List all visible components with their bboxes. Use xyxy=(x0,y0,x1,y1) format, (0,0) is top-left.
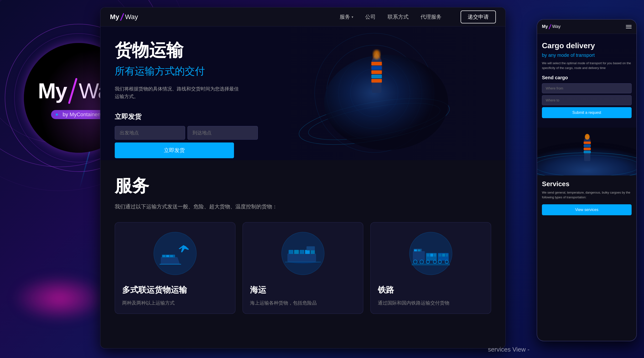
nav-services-link[interactable]: 服务 ▾ xyxy=(340,13,353,21)
badge-label: by MyContainers xyxy=(62,112,102,118)
bottom-caption: services View - xyxy=(488,346,530,353)
nav-logo-way: Way xyxy=(125,13,138,21)
service-icon-area-1 xyxy=(122,230,228,277)
service-icon-bg-3 xyxy=(409,232,452,275)
hero-input-row xyxy=(115,126,234,140)
svg-rect-15 xyxy=(371,79,382,83)
nav-logo-my: My xyxy=(110,13,119,21)
mobile-hero-subtitle: by any mode of transport xyxy=(542,53,632,58)
hero-subtitle: 所有运输方式的交付 xyxy=(115,65,239,78)
services-section: 服务 我们通过以下运输方式发送一般、危险、超大货物、温度控制的货物： xyxy=(100,160,506,323)
service-icon-bg-2 xyxy=(282,232,324,275)
pink-glow xyxy=(12,274,107,322)
services-cards: 多式联运货物运输 两种及两种以上运输方式 xyxy=(115,222,491,314)
svg-rect-62 xyxy=(584,151,591,153)
svg-point-4 xyxy=(338,57,410,129)
service-name-3: 铁路 xyxy=(378,284,394,295)
chevron-down-icon: ▾ xyxy=(352,15,353,19)
mobile-form-title: Send cargo xyxy=(542,75,632,80)
logo-slash-icon xyxy=(66,77,80,105)
svg-point-17 xyxy=(373,50,380,60)
service-icon-area-3 xyxy=(378,230,484,277)
hero-submit-button[interactable]: 立即发货 xyxy=(115,143,234,158)
badge-icon xyxy=(55,112,60,117)
services-description: 我们通过以下运输方式发送一般、危险、超大货物、温度控制的货物： xyxy=(115,203,491,210)
service-name-2: 海运 xyxy=(250,284,266,295)
mobile-ship-image xyxy=(537,128,636,175)
services-title: 服务 xyxy=(115,174,491,197)
mobile-services-title: Services xyxy=(542,180,632,188)
svg-point-7 xyxy=(306,96,442,147)
service-card-sea: 海运 海上运输各种货物，包括危险品 xyxy=(242,222,363,314)
service-icon-bg-1 xyxy=(154,232,196,275)
mobile-ship-svg xyxy=(537,128,636,175)
svg-rect-60 xyxy=(584,145,591,147)
hero-content: 货物运输 所有运输方式的交付 我们将根据货物的具体情况、路线和交货时间为您选择最… xyxy=(115,41,239,158)
svg-marker-16 xyxy=(371,52,382,62)
mobile-logo-way: Way xyxy=(552,24,560,29)
service-icon-area-2 xyxy=(250,230,356,277)
logo-my-text: My xyxy=(38,79,67,103)
mobile-to-input[interactable] xyxy=(542,95,632,105)
mobile-hero: Cargo delivery by any mode of transport … xyxy=(537,34,636,128)
mobile-logo-my: My xyxy=(542,24,548,29)
svg-point-6 xyxy=(296,90,453,154)
svg-point-9 xyxy=(370,55,384,93)
hero-circles xyxy=(291,27,458,160)
svg-rect-14 xyxy=(371,75,382,78)
svg-point-3 xyxy=(326,45,422,141)
hamburger-line-1 xyxy=(626,25,632,26)
mobile-navbar: My Way xyxy=(537,20,636,34)
svg-rect-10 xyxy=(372,60,382,93)
logo-badge: by MyContainers xyxy=(51,110,106,119)
nav-logo: My Way xyxy=(110,13,138,21)
mobile-hero-title: Cargo delivery xyxy=(542,41,632,50)
hero-from-input[interactable] xyxy=(115,126,185,140)
mobile-services-description: We send general, temperature, dangerous,… xyxy=(542,190,632,200)
service-name-1: 多式联运货物运输 xyxy=(122,284,187,295)
nav-cta-button[interactable]: 递交申请 xyxy=(460,11,496,23)
svg-point-5 xyxy=(350,69,398,117)
nav-agent-link[interactable]: 代理服务 xyxy=(420,13,442,21)
svg-rect-61 xyxy=(584,148,591,150)
mobile-services-button[interactable]: View services xyxy=(542,204,632,215)
mobile-logo-slash-icon xyxy=(548,24,552,30)
mobile-mockup: My Way Cargo delivery by any mode of tra… xyxy=(537,19,637,341)
svg-rect-12 xyxy=(371,66,382,70)
svg-point-64 xyxy=(585,134,590,140)
hero-form-title: 立即发货 xyxy=(115,112,239,121)
svg-rect-13 xyxy=(371,70,382,74)
hero-form: 立即发货 xyxy=(115,126,234,158)
hero-description: 我们将根据货物的具体情况、路线和交货时间为您选择最佳运输方式。 xyxy=(115,85,239,100)
hero-section: 货物运输 所有运输方式的交付 我们将根据货物的具体情况、路线和交货时间为您选择最… xyxy=(100,27,506,160)
svg-rect-1 xyxy=(58,114,60,116)
mobile-logo: My Way xyxy=(542,24,626,30)
hero-bg-svg xyxy=(291,27,458,160)
nav-links: 服务 ▾ 公司 联系方式 代理服务 递交申请 xyxy=(340,11,496,23)
svg-rect-59 xyxy=(584,142,591,144)
mobile-services: Services We send general, temperature, d… xyxy=(537,175,636,220)
mobile-from-input[interactable] xyxy=(542,83,632,93)
service-desc-3: 通过国际和国内铁路运输交付货物 xyxy=(378,299,449,306)
service-card-railway: 铁路 通过国际和国内铁路运输交付货物 xyxy=(370,222,491,314)
svg-rect-0 xyxy=(56,114,58,116)
desktop-navbar: My Way 服务 ▾ 公司 联系方式 代理服务 递交申请 xyxy=(100,8,506,27)
mobile-submit-button[interactable]: Submit a request xyxy=(542,107,632,118)
hamburger-line-2 xyxy=(626,27,632,27)
mobile-hero-description: We will select the optimal mode of trans… xyxy=(542,61,632,70)
nav-contact-link[interactable]: 联系方式 xyxy=(388,13,408,21)
hamburger-line-3 xyxy=(626,28,632,29)
hero-to-input[interactable] xyxy=(188,126,258,140)
svg-point-2 xyxy=(314,33,434,153)
service-card-multimodal: 多式联运货物运输 两种及两种以上运输方式 xyxy=(115,222,236,314)
service-desc-2: 海上运输各种货物，包括危险品 xyxy=(250,299,317,306)
svg-point-8 xyxy=(324,55,448,150)
desktop-browser: My Way 服务 ▾ 公司 联系方式 代理服务 递交申请 xyxy=(100,7,506,348)
nav-company-link[interactable]: 公司 xyxy=(365,13,376,21)
service-desc-1: 两种及两种以上运输方式 xyxy=(122,299,174,306)
svg-rect-11 xyxy=(371,62,382,65)
nav-logo-slash-icon xyxy=(120,13,124,21)
mobile-hamburger-button[interactable] xyxy=(626,25,632,29)
hero-title: 货物运输 xyxy=(115,41,239,60)
